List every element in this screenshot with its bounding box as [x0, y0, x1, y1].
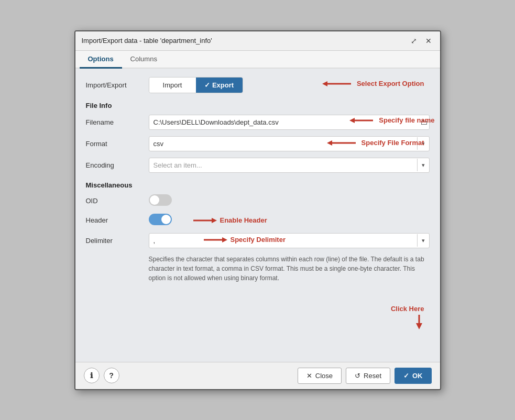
arrow-click-here-icon	[403, 315, 424, 330]
svg-marker-1	[322, 81, 327, 86]
svg-marker-3	[349, 118, 355, 123]
header-toggle[interactable]	[149, 214, 172, 225]
import-button[interactable]: Import	[149, 78, 196, 93]
format-label: Format	[86, 140, 149, 148]
tabs-row: Options Columns	[75, 51, 440, 69]
dialog: Import/Export data - table 'department_i…	[74, 30, 441, 390]
close-button[interactable]: ✕ Close	[298, 368, 342, 384]
encoding-select[interactable]: Select an item... ▾	[149, 158, 430, 173]
footer-left: ℹ ?	[84, 368, 119, 383]
ok-button[interactable]: ✓ OK	[395, 368, 432, 384]
dialog-title: Import/Export data - table 'department_i…	[82, 37, 212, 45]
delimiter-arrow-icon[interactable]: ▾	[418, 234, 429, 247]
annotation-filename: Specify file name	[349, 116, 434, 125]
tab-columns[interactable]: Columns	[122, 51, 166, 69]
import-export-label: Import/Export	[86, 81, 149, 89]
export-button[interactable]: ✓ Export	[196, 78, 243, 93]
encoding-row: Encoding Select an item... ▾	[86, 158, 430, 173]
arrow-filename-icon	[349, 116, 376, 125]
oid-row: OID	[86, 194, 430, 207]
header-slider	[149, 214, 172, 225]
file-info-section-title: File Info	[86, 102, 430, 109]
oid-slider	[149, 194, 172, 206]
encoding-label: Encoding	[86, 161, 149, 169]
misc-section-title: Miscellaneous	[86, 181, 430, 189]
delimiter-label: Delimiter	[86, 237, 149, 245]
oid-label: OID	[86, 197, 149, 205]
dialog-footer: ℹ ? ✕ Close ↺ Reset ✓ OK	[75, 362, 440, 389]
encoding-placeholder: Select an item...	[149, 158, 417, 172]
svg-marker-7	[212, 218, 217, 223]
annotation-header: Enable Header	[191, 216, 267, 225]
reset-icon: ↺	[355, 372, 360, 380]
arrow-delimiter-icon	[201, 235, 227, 245]
delimiter-control: , ▾	[149, 233, 430, 248]
arrow-format-icon	[327, 138, 358, 148]
close-icon: ✕	[306, 372, 312, 380]
footer-right: ✕ Close ↺ Reset ✓ OK	[298, 368, 432, 384]
close-title-button[interactable]: ✕	[423, 36, 434, 46]
svg-marker-9	[222, 237, 227, 242]
delimiter-description: Specifies the character that separates c…	[149, 255, 430, 283]
info-button[interactable]: ℹ	[84, 368, 100, 383]
title-bar: Import/Export data - table 'department_i…	[75, 31, 440, 51]
title-bar-controls: ⤢ ✕	[409, 36, 434, 46]
arrow-select-export-icon	[322, 79, 354, 89]
dialog-body: Import/Export Import ✓ Export	[75, 69, 440, 362]
svg-marker-11	[416, 323, 422, 329]
ok-check-icon: ✓	[403, 372, 409, 380]
encoding-control: Select an item... ▾	[149, 158, 430, 173]
header-label: Header	[86, 216, 149, 224]
delimiter-select[interactable]: , ▾	[149, 233, 430, 248]
svg-marker-5	[327, 140, 332, 146]
reset-button[interactable]: ↺ Reset	[346, 368, 390, 384]
annotation-click-here: Click Here	[391, 305, 424, 330]
help-button[interactable]: ?	[104, 368, 119, 383]
annotation-delimiter: Specify Delimiter	[201, 235, 286, 245]
encoding-arrow-icon[interactable]: ▾	[418, 159, 429, 172]
oid-control	[149, 194, 430, 207]
oid-toggle[interactable]	[149, 194, 172, 206]
arrow-header-icon	[191, 216, 217, 225]
filename-label: Filename	[86, 118, 149, 126]
expand-button[interactable]: ⤢	[409, 36, 419, 46]
tab-options[interactable]: Options	[80, 51, 122, 69]
import-export-toggle: Import ✓ Export	[149, 77, 243, 93]
annotation-format: Specify File Format	[327, 138, 424, 148]
annotation-select-export: Select Export Option	[322, 79, 424, 89]
